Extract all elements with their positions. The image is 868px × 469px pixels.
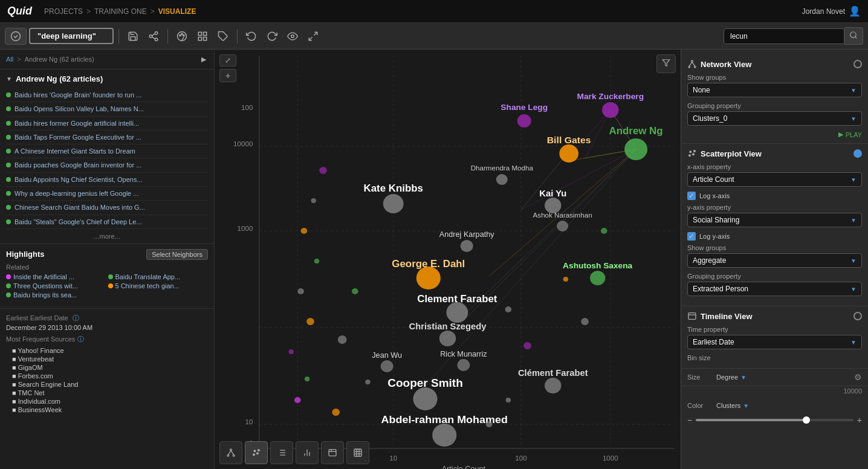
bar-chart-button[interactable]: [296, 441, 319, 464]
tag-button[interactable]: [214, 28, 232, 44]
article-item[interactable]: A Chinese Internet Giant Starts to Dream: [6, 144, 208, 158]
article-title: Baidu Taps Former Google Executive for .…: [15, 133, 141, 141]
network-view-button[interactable]: [219, 441, 242, 464]
article-item[interactable]: Baidu poaches Google Brain inventor for …: [6, 158, 208, 172]
article-item[interactable]: Baidu hires 'Google Brain' founder to ru…: [6, 88, 208, 102]
article-dot: [6, 92, 11, 97]
related-item[interactable]: 5 Chinese tech gian...: [108, 282, 209, 289]
list-view-button[interactable]: [270, 441, 293, 464]
x-axis-select[interactable]: Article Count ▼: [687, 172, 862, 187]
toolbar-divider-3: [237, 29, 238, 44]
fullscreen-button[interactable]: [304, 28, 322, 44]
search-button[interactable]: [844, 27, 863, 45]
article-item[interactable]: Baidu Appoints Ng Chief Scientist, Opens…: [6, 173, 208, 187]
log-x-checkbox[interactable]: ✓: [687, 192, 696, 200]
related-item[interactable]: Baidu brings its sea...: [6, 291, 106, 299]
svg-point-71: [416, 267, 441, 289]
svg-point-79: [381, 360, 394, 372]
time-property-label: Time property: [687, 326, 862, 333]
redo-button[interactable]: [263, 28, 281, 44]
color-slider-track[interactable]: [696, 419, 853, 421]
grouping-property-value: Clusters_0: [693, 114, 727, 123]
svg-point-118: [258, 450, 260, 451]
time-property-select[interactable]: Earliest Date ▼: [687, 335, 862, 349]
eye-button[interactable]: [283, 28, 302, 44]
table-view-button[interactable]: [346, 441, 369, 464]
svg-text:1000: 1000: [603, 454, 618, 462]
scatter-show-groups-select[interactable]: Aggregate ▼: [687, 253, 862, 268]
select-neighbors-button[interactable]: Select Neighbors: [146, 249, 208, 260]
network-view-toggle[interactable]: [853, 60, 862, 68]
chart-button[interactable]: [193, 28, 212, 44]
svg-point-136: [691, 60, 693, 62]
timeline-button[interactable]: [321, 441, 344, 464]
earliest-date-info-icon[interactable]: ⓘ: [73, 314, 79, 322]
source-item: ■ TMC Net: [6, 389, 208, 397]
filter-button[interactable]: [656, 54, 676, 73]
scatter-plot-svg: 100 Social Sharing 1000 10000 10 1 1 10 …: [215, 50, 681, 469]
article-item[interactable]: Baidu Opens Silicon Valley Lab, Names N.…: [6, 102, 208, 116]
slider-minus-button[interactable]: −: [687, 415, 692, 425]
svg-point-105: [505, 306, 512, 312]
breadcrumb-projects[interactable]: PROJECTS: [44, 7, 83, 16]
related-item[interactable]: Three Questions wit...: [6, 282, 106, 289]
breadcrumb-separator: >: [17, 56, 21, 63]
log-x-label: Log x-axis: [699, 192, 730, 199]
search-input[interactable]: [724, 28, 844, 44]
slider-plus-button[interactable]: +: [857, 415, 862, 425]
article-item[interactable]: Baidu Taps Former Google Executive for .…: [6, 131, 208, 144]
related-item[interactable]: Baidu Translate App...: [108, 273, 209, 280]
related-item[interactable]: Inside the Artificial ...: [6, 273, 106, 280]
breadcrumb-sep2: >: [151, 7, 155, 16]
article-item[interactable]: Baidu hires former Google artificial int…: [6, 117, 208, 131]
article-item[interactable]: Baidu "Steals" Google's Chief of Deep Le…: [6, 215, 208, 229]
more-articles-link[interactable]: ...more...: [0, 229, 214, 244]
svg-text:Andrej Karpathy: Andrej Karpathy: [439, 230, 495, 239]
source-item: ■ BusinessWeek: [6, 406, 208, 414]
sources-info-icon[interactable]: ⓘ: [77, 335, 84, 344]
grouping-property-select[interactable]: Clusters_0 ▼: [687, 111, 862, 126]
color-dropdown[interactable]: Clusters ▼: [716, 402, 749, 409]
log-y-checkbox[interactable]: ✓: [687, 232, 696, 241]
svg-text:Ashutosh Saxena: Ashutosh Saxena: [563, 261, 633, 270]
timeline-view-toggle[interactable]: [853, 312, 862, 320]
select-arrow-icon: ▼: [850, 87, 857, 94]
log-x-row: ✓ Log x-axis: [687, 192, 862, 200]
source-item: ■ GigaOM: [6, 363, 208, 372]
svg-point-67: [557, 221, 568, 231]
search-box: [724, 27, 863, 45]
article-title: Baidu hires former Google artificial int…: [15, 119, 139, 128]
size-settings-icon[interactable]: ⚙: [854, 372, 862, 382]
zoom-expand-button[interactable]: ⤢: [219, 54, 236, 66]
breadcrumb-training[interactable]: TRAINING ONE: [94, 7, 147, 16]
articles-section-header[interactable]: ▼ Andrew Ng (62 articles): [0, 70, 214, 88]
highlights-section: Highlights Select Neighbors Related Insi…: [0, 244, 214, 308]
zoom-in-button[interactable]: +: [219, 69, 236, 82]
article-item[interactable]: Why a deep-learning genius left Google .…: [6, 187, 208, 201]
play-button[interactable]: ▶ PLAY: [838, 131, 862, 138]
scatterplot-view-toggle[interactable]: [853, 149, 862, 158]
save-button[interactable]: [124, 28, 142, 44]
undo-button[interactable]: [242, 28, 261, 44]
scatterplot-view-title: Scatterplot View: [701, 149, 762, 158]
scatter-view-button[interactable]: [245, 441, 268, 464]
save-to-disk-button[interactable]: [5, 28, 27, 45]
palette-button[interactable]: [173, 28, 191, 44]
chart-area[interactable]: 100 Social Sharing 1000 10000 10 1 1 10 …: [215, 50, 681, 469]
svg-rect-128: [329, 450, 336, 456]
size-dropdown[interactable]: Degree ▼: [716, 374, 747, 381]
left-sidebar: All > Andrew Ng (62 articles) ► ▼ Andrew…: [0, 50, 215, 469]
y-axis-select[interactable]: Social Sharing ▼: [687, 213, 862, 227]
show-groups-select[interactable]: None ▼: [687, 83, 862, 97]
size-value-display: 10000: [681, 386, 868, 398]
scatter-grouping-select[interactable]: Extracted Person ▼: [687, 282, 862, 296]
user-info[interactable]: Jordan Novet 👤: [802, 5, 861, 17]
breadcrumb-all-link[interactable]: All: [6, 56, 13, 63]
slider-thumb[interactable]: [803, 416, 810, 424]
collapse-sidebar-button[interactable]: ►: [199, 54, 208, 64]
share-button[interactable]: [144, 28, 163, 44]
section-title: Andrew Ng (62 articles): [16, 74, 103, 83]
article-item[interactable]: Chinese Search Giant Baidu Moves into G.…: [6, 201, 208, 215]
svg-text:10: 10: [389, 454, 397, 462]
svg-point-138: [694, 66, 696, 68]
